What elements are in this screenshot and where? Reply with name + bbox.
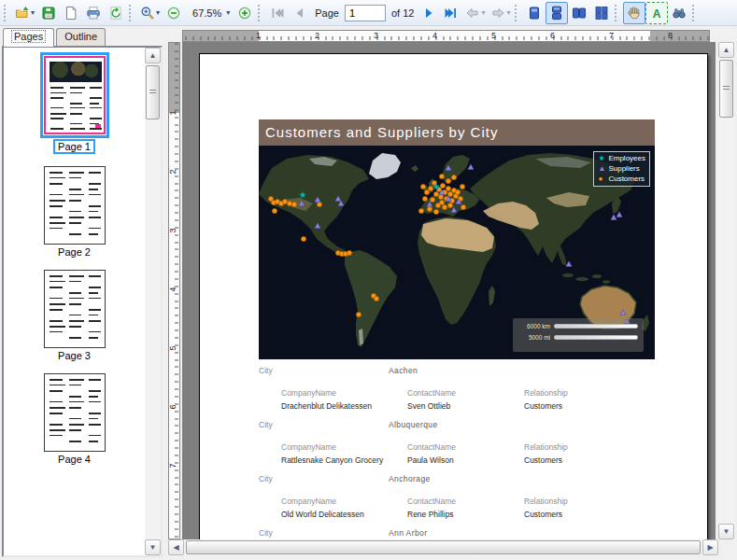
row-value: Sven Ottlieb — [407, 401, 450, 411]
toolbar-grip — [515, 5, 519, 21]
refresh-button[interactable] — [105, 2, 127, 24]
find-button[interactable] — [668, 2, 690, 24]
thumbnail-panel: Page 1Page 2Page 3Page 4 ▲ ▼ — [2, 46, 163, 557]
city-group: CityAlbuquerqueCompanyNameContactNameRel… — [259, 420, 655, 474]
map-scale-box: 6000 km5000 mi — [513, 318, 644, 352]
toolbar-grip — [692, 5, 697, 21]
zoom-mode-button[interactable]: ▾ — [137, 2, 163, 24]
scale-bar-row: 6000 km — [517, 323, 638, 329]
first-page-button[interactable] — [266, 2, 289, 24]
tab-pages[interactable]: Pages — [3, 28, 54, 47]
thumbnail-item[interactable]: Page 3 — [44, 270, 106, 361]
customer-point — [301, 236, 305, 241]
save-button[interactable] — [37, 2, 60, 24]
navigate-back-button[interactable]: ▾ — [462, 2, 488, 24]
thumbnail-page[interactable] — [44, 373, 106, 452]
report-title: Customers and Suppliers by City — [259, 119, 655, 146]
v-ruler-number: 4 — [168, 287, 177, 291]
legend-label: Employees — [608, 154, 645, 162]
customer-point — [461, 204, 465, 209]
preview-scroll-left-icon[interactable]: ◀ — [168, 539, 184, 555]
single-page-view-button[interactable] — [523, 2, 546, 24]
zoom-level-caret[interactable]: ▾ — [226, 8, 230, 17]
row-value: Customers — [524, 401, 562, 411]
row-value: Customers — [524, 510, 562, 519]
toolbar-grip — [129, 5, 134, 21]
customer-point — [422, 196, 427, 201]
thumbnail-item[interactable]: Page 1 — [40, 52, 109, 154]
toolbar-grip — [615, 5, 619, 21]
customer-point — [439, 174, 444, 178]
previous-page-icon — [292, 6, 307, 21]
print-button[interactable] — [82, 2, 105, 24]
zoom-mode-caret[interactable]: ▾ — [156, 8, 160, 17]
v-ruler-number: 2 — [168, 169, 177, 174]
tab-pages-label: Pages — [11, 30, 46, 43]
customer-point — [291, 202, 296, 206]
pan-tool-button[interactable] — [623, 2, 645, 24]
preview-hscrollbar-thumb[interactable] — [186, 540, 701, 554]
sidebar-scroll-up-icon[interactable]: ▲ — [145, 48, 161, 63]
thumbnail-label[interactable]: Page 4 — [55, 454, 93, 465]
tab-outline[interactable]: Outline — [56, 28, 106, 46]
thumbnail-item[interactable]: Page 4 — [44, 373, 106, 465]
page-number-input[interactable] — [345, 5, 386, 21]
thumbnail-page[interactable] — [44, 56, 106, 134]
forward-dropdown-caret[interactable]: ▾ — [506, 8, 510, 17]
preview-vertical-scrollbar[interactable]: ▲ ▼ — [718, 42, 734, 539]
city-value: Ann Arbor — [389, 528, 427, 538]
thumbnail-label[interactable]: Page 3 — [55, 350, 93, 361]
zoom-level-combobox[interactable]: 67.5% ▾ — [185, 3, 234, 23]
last-page-button[interactable] — [440, 2, 462, 24]
export-button[interactable]: ▾ — [12, 2, 37, 24]
h-ruler-number: 8 — [668, 31, 673, 40]
sidebar-scroll-down-icon[interactable]: ▼ — [145, 539, 161, 555]
column-header: CompanyName — [281, 442, 336, 452]
thumbnail-page[interactable] — [44, 270, 106, 348]
customer-point — [446, 178, 450, 183]
minus-circle-icon — [166, 6, 181, 21]
preview-horizontal-scrollbar[interactable]: ◀ ▶ — [168, 539, 718, 555]
preview-vscrollbar-thumb[interactable] — [719, 60, 733, 118]
thumbnail-page[interactable] — [44, 166, 106, 245]
export-dropdown-caret[interactable]: ▾ — [31, 8, 35, 17]
plus-circle-icon — [237, 6, 252, 21]
continuous-view-icon — [549, 6, 564, 21]
first-page-icon — [270, 6, 285, 21]
v-ruler-number: 6 — [168, 404, 177, 409]
thumbnail-map-image — [50, 62, 102, 82]
world-map: ★Employees▲Suppliers●Customers 6000 km50… — [259, 146, 655, 359]
previous-page-button[interactable] — [289, 2, 311, 24]
multiple-pages-view-button[interactable] — [590, 2, 613, 24]
column-header: ContactName — [407, 497, 456, 506]
customer-point — [460, 184, 464, 189]
thumbnail-label[interactable]: Page 1 — [53, 139, 95, 154]
customer-point — [424, 189, 429, 194]
next-page-button[interactable] — [418, 2, 440, 24]
thumbnail-label[interactable]: Page 2 — [55, 246, 93, 258]
column-header: Relationship — [524, 388, 568, 398]
page-setup-button[interactable] — [60, 2, 82, 24]
report-viewer-window: ▾ — [0, 0, 737, 560]
sidebar-scrollbar-thumb[interactable] — [146, 65, 160, 119]
binoculars-icon — [672, 6, 687, 21]
zoom-in-button[interactable] — [234, 2, 256, 24]
preview-scroll-up-icon[interactable]: ▲ — [718, 42, 734, 58]
back-dropdown-caret[interactable]: ▾ — [481, 8, 485, 17]
navigate-forward-button[interactable]: ▾ — [488, 2, 513, 24]
sidebar-scrollbar[interactable]: ▲ ▼ — [145, 48, 161, 555]
text-selection-tool-button[interactable]: A — [645, 2, 668, 24]
report-page: Customers and Suppliers by City — [199, 53, 708, 539]
scale-bar — [554, 335, 638, 340]
star-marker-icon: ★ — [598, 155, 608, 162]
back-arrow-icon — [465, 6, 480, 21]
export-folder-icon — [15, 6, 30, 21]
preview-scroll-down-icon[interactable]: ▼ — [718, 524, 734, 539]
facing-pages-view-button[interactable] — [568, 2, 590, 24]
printer-icon — [86, 6, 101, 21]
preview-scroll-right-icon[interactable]: ▶ — [702, 539, 718, 555]
continuous-view-button[interactable] — [546, 2, 568, 24]
sidebar: Pages Outline Page 1Page 2Page 3Page 4 ▲… — [0, 26, 165, 560]
zoom-out-button[interactable] — [163, 2, 185, 24]
thumbnail-item[interactable]: Page 2 — [44, 166, 106, 258]
